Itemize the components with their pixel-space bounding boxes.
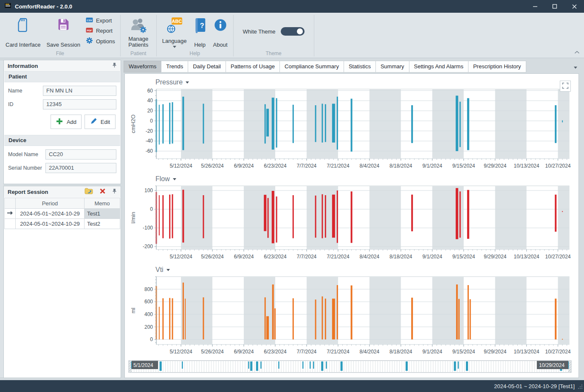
- report-session-panel: Report Session Period Memo: [3, 186, 121, 378]
- tab-patterns-of-usage[interactable]: Patterns of Usage: [226, 61, 280, 73]
- svg-text:CSV: CSV: [87, 19, 92, 22]
- svg-text:400: 400: [144, 311, 153, 317]
- svg-text:10/21/2024: 10/21/2024: [547, 377, 572, 378]
- patient-section-header: Patient: [4, 71, 120, 82]
- svg-text:10/8/2024: 10/8/2024: [515, 377, 538, 378]
- name-field[interactable]: FN MN LN: [43, 86, 116, 96]
- svg-text:5/26/2024: 5/26/2024: [201, 349, 224, 355]
- svg-text:10/27/2024: 10/27/2024: [545, 254, 571, 260]
- model-name-field: CC20: [45, 149, 116, 160]
- save-session-button[interactable]: Save Session: [43, 14, 83, 49]
- svg-text:10/27/2024: 10/27/2024: [545, 349, 571, 355]
- device-section-header: Device: [4, 135, 120, 146]
- tab-daily-detail[interactable]: Daily Detail: [188, 61, 226, 73]
- id-field[interactable]: 12345: [43, 99, 116, 109]
- white-theme-toggle[interactable]: [281, 27, 305, 36]
- manage-patients-button[interactable]: Manage Patients: [123, 14, 154, 49]
- tab-waveforms[interactable]: Waveforms: [124, 61, 161, 73]
- delete-session-icon[interactable]: [99, 188, 106, 196]
- maximize-button[interactable]: [545, 0, 564, 13]
- chart-title-flow: Flow: [155, 175, 170, 183]
- svg-text:5/26/2024: 5/26/2024: [201, 163, 224, 169]
- manage-patients-label: Manage Patients: [126, 36, 151, 49]
- about-button[interactable]: About: [210, 14, 231, 49]
- svg-text:7/21/2024: 7/21/2024: [327, 254, 350, 260]
- svg-text:8/4/2024: 8/4/2024: [359, 163, 379, 169]
- table-row[interactable]: 2024-05-01~2024-10-29 Test1: [5, 209, 120, 219]
- svg-text:6/21/2024: 6/21/2024: [252, 377, 275, 378]
- pin-icon[interactable]: [112, 62, 117, 69]
- charts-area: Pressure6040200-20-40-605/12/20245/26/20…: [128, 77, 578, 360]
- fullscreen-expand-button[interactable]: [560, 81, 571, 92]
- svg-text:5/16/2024: 5/16/2024: [165, 377, 188, 378]
- svg-text:-60: -60: [146, 148, 153, 154]
- tab-settings-and-alarms[interactable]: Settings And Alarms: [409, 61, 468, 73]
- ribbon-collapse-chevron-icon[interactable]: [574, 48, 580, 56]
- file-small-buttons: CSV Export PDF Report Options: [83, 14, 118, 50]
- tab-trends[interactable]: Trends: [161, 61, 188, 73]
- tab-statistics[interactable]: Statistics: [344, 61, 376, 73]
- svg-text:6/23/2024: 6/23/2024: [264, 349, 287, 355]
- close-button[interactable]: [564, 0, 584, 13]
- svg-text:8/4/2024: 8/4/2024: [359, 349, 379, 355]
- svg-text:200: 200: [144, 324, 153, 330]
- add-button-label: Add: [67, 119, 76, 125]
- pencil-icon: [90, 118, 97, 126]
- svg-text:9/1/2024: 9/1/2024: [422, 349, 442, 355]
- model-name-field-row: Model Name CC20: [8, 149, 116, 160]
- svg-text:7/21/2024: 7/21/2024: [327, 349, 350, 355]
- card-interface-label: Card Interface: [6, 42, 40, 49]
- svg-text:10/13/2024: 10/13/2024: [514, 254, 539, 260]
- card-interface-button[interactable]: Card Interface: [3, 14, 43, 49]
- period-column-header[interactable]: Period: [16, 198, 85, 209]
- serial-number-field-row: Serial Number 22A70001: [8, 163, 116, 173]
- language-button[interactable]: ABC Language: [159, 14, 190, 49]
- period-cell[interactable]: 2024-05-01~2024-10-29: [16, 219, 85, 229]
- svg-text:8/4/2024: 8/4/2024: [359, 254, 379, 260]
- svg-text:0: 0: [150, 206, 153, 212]
- chart-metric-dropdown-caret-icon[interactable]: [186, 81, 189, 84]
- report-button[interactable]: PDF Report: [85, 27, 116, 35]
- memo-column-header[interactable]: Memo: [85, 198, 120, 209]
- toggle-knob: [297, 28, 303, 34]
- statusbar-session-range: 2024-05-01 ~ 2024-10-29 [Test1]: [494, 383, 575, 389]
- memo-cell[interactable]: Test1: [85, 209, 120, 219]
- svg-text:9/29/2024: 9/29/2024: [484, 254, 507, 260]
- tab-summary[interactable]: Summary: [375, 61, 409, 73]
- svg-text:ABC: ABC: [172, 19, 182, 24]
- resize-grip-icon[interactable]: [578, 383, 583, 391]
- svg-text:40: 40: [147, 98, 153, 104]
- chart-title-pressure: Pressure: [155, 78, 183, 86]
- options-button[interactable]: Options: [85, 37, 116, 45]
- minimize-button[interactable]: [525, 0, 545, 13]
- edit-button-label: Edit: [101, 119, 110, 125]
- chart-metric-dropdown-caret-icon[interactable]: [173, 178, 176, 180]
- memo-cell[interactable]: Test2: [85, 219, 120, 229]
- open-session-folder-icon[interactable]: [85, 188, 93, 196]
- chart-metric-dropdown-caret-icon[interactable]: [166, 269, 170, 271]
- tab-prescription-history[interactable]: Prescription History: [468, 61, 526, 73]
- help-button[interactable]: ? Help: [190, 14, 210, 49]
- table-row[interactable]: 2024-05-01~2024-10-29 Test2: [5, 219, 120, 229]
- svg-text:l/min: l/min: [130, 212, 136, 223]
- period-cell[interactable]: 2024-05-01~2024-10-29: [16, 209, 85, 219]
- svg-text:9/1/2024: 9/1/2024: [422, 254, 442, 260]
- tab-overflow-caret-icon[interactable]: [574, 67, 577, 69]
- chart-flow-plot: 1000-100-2005/12/20245/26/20246/9/20246/…: [128, 184, 572, 263]
- app-icon: [4, 3, 11, 10]
- svg-text:?: ?: [200, 22, 204, 29]
- left-dock-strip: [0, 60, 3, 378]
- save-session-label: Save Session: [46, 42, 80, 49]
- gutter-header: [5, 198, 16, 209]
- row-gutter: [5, 219, 16, 229]
- svg-text:0: 0: [150, 336, 153, 342]
- timeline-scrubber-svg[interactable]: 5/2/20245/16/20245/28/20246/9/20246/21/2…: [128, 360, 572, 378]
- pin-icon[interactable]: [112, 188, 117, 195]
- export-button[interactable]: CSV Export: [85, 17, 116, 25]
- add-patient-button[interactable]: Add: [51, 115, 82, 129]
- tab-compliance-summary[interactable]: Compliance Summary: [279, 61, 344, 73]
- edit-patient-button[interactable]: Edit: [85, 115, 116, 129]
- titlebar: ComfortReader - 2.0.0: [0, 0, 584, 13]
- information-panel: Information Patient Name FN MN LN ID 123…: [3, 60, 121, 184]
- timeline-scrubber[interactable]: 5/2/20245/16/20245/28/20246/9/20246/21/2…: [128, 360, 578, 378]
